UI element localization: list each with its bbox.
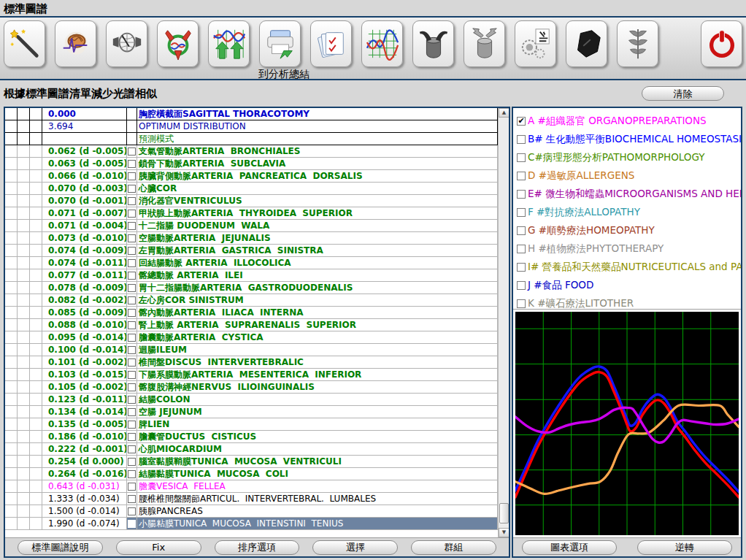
row-checkbox[interactable] [128,197,136,205]
row-checkbox[interactable] [128,458,136,466]
row-checkbox[interactable] [128,309,136,317]
category-item-C[interactable]: C#病理形態分析PATHOMORPHOLOGY [515,148,741,166]
table-row[interactable]: 0.186 (d -0.010)膽囊管DUCTUS CISTICUS [5,431,498,443]
table-row[interactable]: 0.222 (d -0.001)心肌MIOCARDIUM [5,443,498,456]
row-checkbox[interactable] [128,371,136,379]
row-checkbox[interactable] [128,234,136,242]
category-item-F[interactable]: F #對抗療法ALLOPATHY [515,203,741,221]
table-row[interactable]: 0.074 (d -0.011)回結腸動脈 ARTERIA ILLOCOLICA [5,257,498,269]
row-checkbox[interactable] [128,433,136,441]
row-checkbox[interactable] [128,358,136,367]
row-checkbox[interactable] [128,470,136,478]
clear-button[interactable]: 清除 [642,86,724,101]
row-checkbox[interactable] [128,421,136,429]
row-checkbox[interactable] [128,247,136,255]
table-row[interactable]: 0.085 (d -0.009)髂內動脈ARTERIA ILIACA INTER… [5,307,498,319]
table-row[interactable]: 0.077 (d -0.011)髂總動脈 ARTERIA ILEI [5,269,498,282]
row-checkbox[interactable] [128,210,136,218]
table-row[interactable]: 預測模式 [5,133,498,145]
table-row[interactable]: 0.095 (d -0.014)膽囊動脈ARTERIA CYSTICA [5,331,498,344]
unchecked-checkbox-icon[interactable] [517,208,526,217]
table-row[interactable]: 0.643 (d -0.031)膽囊VESICA FELLEA [5,480,498,493]
row-checkbox[interactable] [128,321,136,329]
category-item-E[interactable]: E# 微生物和蠕蟲MICROORGANISMS AND HELMI [515,185,741,203]
table-row[interactable]: 0.264 (d -0.016)結腸黏膜TUNICA MUCOSA COLI [5,468,498,480]
row-checkbox[interactable] [128,383,136,391]
table-row[interactable]: 0.000胸腔橫截面SAGITTAL THORACOTOMY [5,108,498,120]
table-row[interactable]: 0.062 (d -0.005)支氣管動脈ARTERIA BRONCHIALES [5,145,498,158]
table-row[interactable]: 3.694OPTIMUM DISTRIBUTION [5,120,498,133]
table-row[interactable]: 0.088 (d -0.010)腎上動脈 ARTERIA SUPRARENALI… [5,319,498,331]
unchecked-checkbox-icon[interactable] [517,172,526,180]
row-checkbox[interactable] [128,520,136,528]
table-row[interactable]: 1.990 (d -0.074)小腸粘膜TUNICA MUCOSA INTENS… [5,518,498,530]
table-row[interactable]: 0.074 (d -0.009)左胃動脈ARTERIA GASTRICA SIN… [5,245,498,257]
list-footer-button-4[interactable]: 群組 [411,540,496,555]
row-checkbox[interactable] [128,445,136,453]
category-item-G[interactable]: G #順勢療法HOMEOPATHY [515,221,741,239]
table-row[interactable]: 0.066 (d -0.010)胰臟背側動脈ARTERIA PANCREATIC… [5,170,498,183]
toolbar-button-printer[interactable] [259,20,301,67]
table-row[interactable]: 0.101 (d -0.002)椎間盤DISCUS INTERVERTEBRAL… [5,356,498,369]
scroll-up-icon[interactable]: ▲ [499,108,509,118]
table-row[interactable]: 0.078 (d -0.009)胃十二指腸動脈ARTERIA GASTRODUO… [5,282,498,294]
row-checkbox[interactable] [128,408,136,416]
row-checkbox[interactable] [128,185,136,193]
toolbar-button-container-in[interactable] [412,20,454,67]
table-row[interactable]: 0.254 (d 0.000)腦室黏膜鞘膜TUNICA MUCOSA VENTR… [5,456,498,468]
row-checkbox[interactable] [128,296,136,304]
unchecked-checkbox-icon[interactable] [517,153,526,162]
list-footer-button-3[interactable]: 選擇 [312,540,398,555]
row-checkbox[interactable] [128,259,136,267]
unchecked-checkbox-icon[interactable] [517,245,526,253]
toolbar-button-graph[interactable] [361,20,403,67]
table-row[interactable]: 0.123 (d -0.011)結腸COLON [5,394,498,406]
row-checkbox[interactable] [128,346,136,354]
toolbar-button-head-analyzer[interactable] [106,20,147,67]
category-item-J[interactable]: J #食品 FOOD [515,276,741,294]
toolbar-button-card-file[interactable] [310,20,352,67]
row-checkbox[interactable] [128,172,136,180]
toolbar-button-stone[interactable] [566,20,607,67]
row-checkbox[interactable] [128,507,136,515]
list-footer-button-0[interactable]: 標準圖譜說明 [18,540,103,555]
table-row[interactable]: 0.105 (d -0.002)髂腹股溝神經NERVUS ILIOINGUINA… [5,381,498,394]
unchecked-checkbox-icon[interactable] [517,263,526,272]
list-footer-button-1[interactable]: Fix [116,540,201,555]
chart-footer-button-0[interactable]: 圖表選項 [522,540,617,555]
unchecked-checkbox-icon[interactable] [517,190,526,199]
category-item-H[interactable]: H #植物療法PHYTOTHERAPY [515,239,741,258]
toolbar-button-brain[interactable] [55,20,96,67]
row-checkbox[interactable] [128,495,136,503]
table-row[interactable]: 1.333 (d -0.034)腰椎椎間盤關節ARTICUL. INTERVER… [5,493,498,505]
scrollbar-thumb[interactable] [499,503,509,523]
list-footer-button-2[interactable]: 排序選項 [215,540,300,555]
scroll-down-icon[interactable]: ▼ [499,528,509,537]
table-row[interactable]: 0.071 (d -0.004)十二指腸 DUODENUM WALA [5,220,498,232]
vertical-scrollbar[interactable]: ▲ ▼ [498,108,509,537]
table-row[interactable]: 0.082 (d -0.002)左心房COR SINISTRUM [5,294,498,307]
table-row[interactable]: 0.135 (d -0.005)脾LIEN [5,418,498,431]
row-checkbox[interactable] [128,284,136,292]
row-checkbox[interactable] [128,272,136,280]
table-row[interactable]: 0.070 (d -0.001)消化器官VENTRICULUS [5,195,498,207]
category-item-B[interactable]: B# 生化動態平衡BIOCHEMICAL HOMEOSTASIS [515,130,741,148]
table-row[interactable]: 0.134 (d -0.014)空腸 JEJUNUM [5,406,498,418]
row-checkbox[interactable] [128,334,136,342]
unchecked-checkbox-icon[interactable] [517,226,526,235]
row-checkbox[interactable] [128,147,136,156]
toolbar-button-wand[interactable] [4,20,45,67]
chart-footer-button-1[interactable]: 逆轉 [637,540,732,555]
table-row[interactable]: 0.070 (d -0.003)心臟COR [5,183,498,195]
toolbar-button-power[interactable] [701,20,742,67]
row-checkbox[interactable] [128,222,136,230]
toolbar-button-microorganisms[interactable] [515,20,556,67]
unchecked-checkbox-icon[interactable] [517,299,526,308]
table-row[interactable]: 0.103 (d -0.015)下腸系膜動脈ARTERIA MESENTERIC… [5,369,498,381]
toolbar-button-etalon-target[interactable] [157,20,199,67]
table-row[interactable]: 0.073 (d -0.010)空腸動脈ARTERIA JEJUNALIS [5,232,498,245]
row-checkbox[interactable] [128,396,136,404]
unchecked-checkbox-icon[interactable] [517,281,526,290]
category-item-K[interactable]: K #礦石療法LITOTHER [515,294,741,310]
table-row[interactable]: 0.063 (d -0.005)鎖骨下動脈ARTERIA SUBCLAVIA [5,158,498,170]
